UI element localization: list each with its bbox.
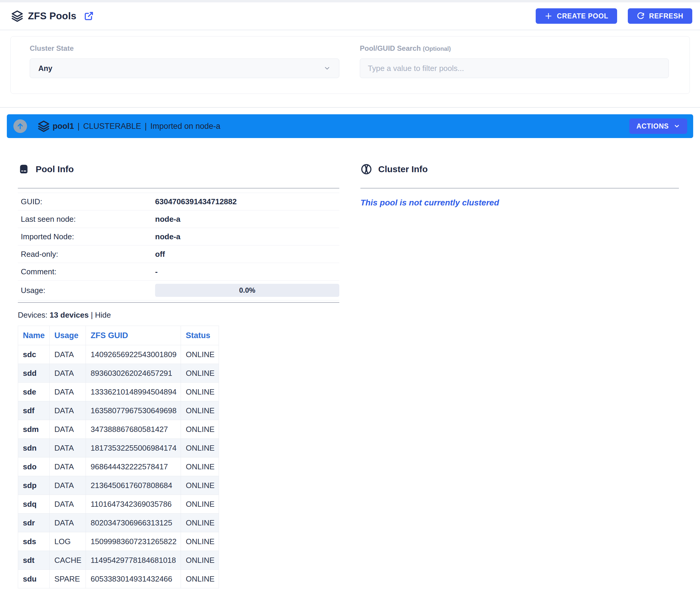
device-cell-name: sdp: [18, 476, 50, 495]
device-cell-guid: 8020347306966313125: [86, 514, 181, 532]
device-cell-status: ONLINE: [181, 439, 219, 457]
device-cell-usage: DATA: [50, 345, 86, 364]
device-cell-name: sdo: [18, 457, 50, 476]
device-cell-name: sdc: [18, 345, 50, 364]
info-value: node-a: [155, 232, 180, 241]
page-title-group: ZFS Pools: [11, 10, 94, 22]
pool-guid-search-input[interactable]: [360, 58, 669, 78]
pool-info-table: GUID: 6304706391434712882 Last seen node…: [18, 188, 339, 303]
chevron-down-icon: [324, 65, 331, 72]
info-label: Comment:: [18, 267, 155, 277]
device-row: sdpDATA2136450617607808684ONLINE: [18, 476, 219, 495]
cluster-state-value: Any: [38, 64, 52, 73]
device-cell-guid: 18173532255006984174: [86, 439, 181, 457]
device-cell-guid: 14092656922543001809: [86, 345, 181, 364]
device-cell-name: sdt: [18, 551, 50, 570]
refresh-button[interactable]: REFRESH: [628, 8, 692, 24]
device-cell-usage: DATA: [50, 401, 86, 420]
info-row-usage: Usage: 0.0%: [18, 281, 339, 300]
pool-info-header: Pool Info: [18, 162, 339, 177]
device-cell-usage: DATA: [50, 364, 86, 383]
devices-column-header-usage[interactable]: Usage: [50, 326, 86, 345]
device-row: sdmDATA347388867680581427ONLINE: [18, 420, 219, 439]
device-row: sdfDATA16358077967530649698ONLINE: [18, 401, 219, 420]
pool-info-title: Pool Info: [36, 164, 74, 174]
devices-summary-line: Devices: 13 devices | Hide: [18, 311, 339, 320]
devices-column-header-guid[interactable]: ZFS GUID: [86, 326, 181, 345]
device-cell-status: ONLINE: [181, 476, 219, 495]
device-cell-name: sdf: [18, 401, 50, 420]
device-cell-status: ONLINE: [181, 570, 219, 588]
device-cell-usage: LOG: [50, 532, 86, 551]
filter-card: Cluster State Pool/GUID Search (Optional…: [10, 36, 690, 94]
info-row-read-only: Read-only: off: [18, 245, 339, 263]
usage-percentage: 0.0%: [239, 286, 255, 294]
cluster-info-header: Cluster Info: [360, 162, 679, 177]
device-cell-status: ONLINE: [181, 457, 219, 476]
devices-table: NameUsageZFS GUIDStatus sdcDATA140926569…: [18, 326, 219, 588]
device-row: sdcDATA14092656922543001809ONLINE: [18, 345, 219, 364]
device-cell-guid: 1101647342369035786: [86, 495, 181, 514]
pool-name: pool1: [53, 122, 74, 131]
info-label: Last seen node:: [18, 215, 155, 224]
device-cell-status: ONLINE: [181, 401, 219, 420]
device-cell-status: ONLINE: [181, 514, 219, 532]
cluster-state-select[interactable]: Any: [30, 58, 339, 78]
device-cell-name: sde: [18, 383, 50, 401]
external-link-icon[interactable]: [83, 11, 94, 21]
device-row: sdsLOG15099983607231265822ONLINE: [18, 532, 219, 551]
device-cell-guid: 11495429778184681018: [86, 551, 181, 570]
cluster-info-divider: [360, 188, 679, 188]
device-cell-guid: 8936030262024657291: [86, 364, 181, 383]
topbar-actions: CREATE POOL REFRESH: [536, 8, 692, 24]
separator: |: [78, 122, 80, 131]
device-cell-usage: DATA: [50, 476, 86, 495]
device-cell-usage: DATA: [50, 383, 86, 401]
device-cell-status: ONLINE: [181, 495, 219, 514]
info-value: -: [155, 267, 158, 277]
search-label-text: Pool/GUID Search: [360, 44, 421, 52]
pool-state: CLUSTERABLE: [83, 122, 141, 131]
device-cell-status: ONLINE: [181, 383, 219, 401]
device-cell-guid: 2136450617607808684: [86, 476, 181, 495]
device-row: sddDATA8936030262024657291ONLINE: [18, 364, 219, 383]
pool-info-section: Pool Info GUID: 6304706391434712882 Last…: [18, 162, 339, 588]
device-row: sdtCACHE11495429778184681018ONLINE: [18, 551, 219, 570]
devices-column-header-status[interactable]: Status: [181, 326, 219, 345]
info-value: node-a: [155, 215, 180, 224]
window-top-strip: [0, 0, 700, 2]
device-cell-name: sdu: [18, 570, 50, 588]
topbar: ZFS Pools CREATE POOL: [0, 2, 700, 30]
devices-column-header-name[interactable]: Name: [18, 326, 50, 345]
table-spacer: [18, 188, 339, 193]
pool-info-bottom-divider: [18, 302, 339, 303]
create-pool-button[interactable]: CREATE POOL: [536, 8, 617, 24]
devices-table-body: sdcDATA14092656922543001809ONLINEsddDATA…: [18, 345, 219, 588]
chevron-down-icon: [674, 123, 680, 129]
actions-button[interactable]: ACTIONS: [629, 119, 687, 134]
create-pool-label: CREATE POOL: [557, 12, 608, 20]
device-row: sdoDATA968644432222578417ONLINE: [18, 457, 219, 476]
collapse-pool-button[interactable]: [14, 119, 27, 133]
search-optional-text: (Optional): [423, 46, 451, 52]
devices-hide-toggle[interactable]: Hide: [95, 311, 111, 319]
device-cell-guid: 13336210148994504894: [86, 383, 181, 401]
info-label: Imported Node:: [18, 232, 155, 241]
pool-guid-search-label: Pool/GUID Search (Optional): [360, 44, 451, 53]
refresh-label: REFRESH: [649, 12, 683, 20]
page-title: ZFS Pools: [28, 10, 76, 22]
layers-icon: [11, 10, 23, 22]
device-cell-name: sds: [18, 532, 50, 551]
device-cell-usage: DATA: [50, 514, 86, 532]
device-cell-usage: DATA: [50, 495, 86, 514]
cluster-status-message: This pool is not currently clustered: [360, 198, 679, 208]
device-cell-usage: DATA: [50, 420, 86, 439]
device-cell-usage: DATA: [50, 457, 86, 476]
device-cell-usage: CACHE: [50, 551, 86, 570]
device-row: sdnDATA18173532255006984174ONLINE: [18, 439, 219, 457]
separator: |: [145, 122, 147, 131]
info-value: off: [155, 249, 165, 259]
devices-count: 13 devices: [50, 311, 89, 319]
device-cell-guid: 16358077967530649698: [86, 401, 181, 420]
device-cell-status: ONLINE: [181, 345, 219, 364]
